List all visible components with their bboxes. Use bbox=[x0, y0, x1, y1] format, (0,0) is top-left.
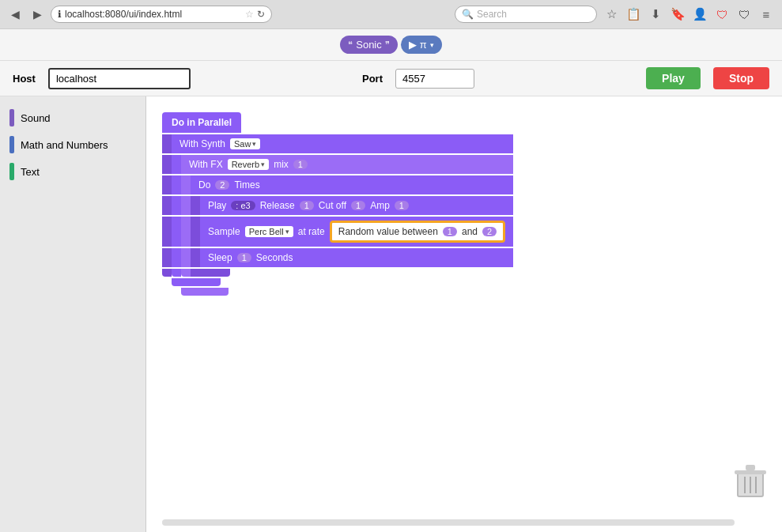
stop-button[interactable]: Stop bbox=[713, 67, 769, 89]
release-label: Release bbox=[260, 200, 295, 211]
random-val1[interactable]: 1 bbox=[443, 227, 457, 236]
amp-value[interactable]: 1 bbox=[395, 201, 409, 210]
search-icon: 🔍 bbox=[462, 9, 474, 20]
fx-value: Reverb bbox=[232, 160, 259, 169]
bookmark-sync-icon[interactable]: 🔖 bbox=[668, 5, 687, 24]
amp-label: Amp bbox=[370, 200, 390, 211]
svg-rect-2 bbox=[746, 465, 755, 470]
bookmark-icon: ☆ bbox=[245, 9, 254, 20]
sample-block[interactable]: Sample Perc Bell ▾ at rate Random value … bbox=[200, 217, 513, 247]
download-icon[interactable]: ⬇ bbox=[646, 5, 665, 24]
text-indicator bbox=[9, 163, 14, 180]
seconds-label: Seconds bbox=[256, 252, 293, 263]
pi-chevron-icon: ▾ bbox=[430, 41, 434, 49]
svg-rect-1 bbox=[735, 470, 766, 474]
info-icon: ℹ bbox=[58, 9, 62, 20]
and-label: and bbox=[462, 226, 478, 237]
fx-dropdown[interactable]: Reverb ▾ bbox=[228, 159, 269, 170]
with-fx-block[interactable]: With FX Reverb ▾ mix 1 bbox=[181, 155, 513, 174]
sleep-row: Sleep 1 Seconds bbox=[162, 248, 513, 267]
math-indicator bbox=[9, 136, 14, 153]
host-input[interactable] bbox=[48, 68, 191, 89]
sleep-value[interactable]: 1 bbox=[237, 253, 251, 262]
do-in-parallel-block[interactable]: Do in Parallel bbox=[162, 112, 241, 133]
url-text: localhost:8080/ui/index.html bbox=[65, 9, 182, 20]
search-bar[interactable]: 🔍 Search bbox=[455, 6, 597, 23]
cutoff-label: Cut off bbox=[319, 200, 346, 211]
star-icon[interactable]: ☆ bbox=[602, 5, 621, 24]
sidebar-item-math[interactable]: Math and Numbers bbox=[0, 131, 145, 158]
port-label: Port bbox=[362, 73, 383, 85]
port-input[interactable] bbox=[395, 69, 474, 89]
sidebar-item-sound[interactable]: Sound bbox=[0, 104, 145, 131]
history-icon[interactable]: 📋 bbox=[624, 5, 643, 24]
sidebar-item-text[interactable]: Text bbox=[0, 158, 145, 185]
back-button[interactable]: ◀ bbox=[6, 6, 24, 23]
with-synth-label: With Synth bbox=[179, 138, 225, 149]
sidebar-label-text: Text bbox=[21, 166, 40, 178]
app-toolbar: ❝ Sonic ❞ ▶ π ▾ bbox=[0, 29, 782, 61]
menu-icon[interactable]: ≡ bbox=[757, 5, 776, 24]
do-value[interactable]: 2 bbox=[215, 180, 229, 190]
sample-dropdown[interactable]: Perc Bell ▾ bbox=[245, 226, 293, 237]
random-val2[interactable]: 2 bbox=[482, 227, 497, 236]
open-quote: ❝ bbox=[348, 40, 353, 50]
play-row: Play : e3 Release 1 Cut off 1 Amp 1 bbox=[162, 196, 513, 215]
with-synth-row: With Synth Saw ▾ bbox=[162, 134, 513, 153]
scroll-indicator[interactable] bbox=[162, 519, 735, 526]
sound-indicator bbox=[9, 109, 14, 126]
pi-arrow-icon: ▶ bbox=[409, 39, 417, 51]
random-label: Random value between bbox=[338, 226, 438, 237]
pi-pill[interactable]: ▶ π ▾ bbox=[401, 36, 442, 54]
close-bar-2 bbox=[172, 278, 513, 286]
pi-label: π bbox=[420, 39, 427, 51]
with-synth-block[interactable]: With Synth Saw ▾ bbox=[172, 134, 513, 153]
fx-chevron: ▾ bbox=[261, 160, 265, 168]
sidebar: Sound Math and Numbers Text bbox=[0, 96, 146, 532]
sample-value: Perc Bell bbox=[249, 227, 284, 236]
sample-label: Sample bbox=[208, 226, 240, 237]
do-times-block[interactable]: Do 2 Times bbox=[191, 175, 513, 194]
with-fx-label: With FX bbox=[189, 159, 223, 170]
close-quote: ❞ bbox=[385, 40, 390, 50]
sleep-label: Sleep bbox=[208, 252, 232, 263]
forward-button[interactable]: ▶ bbox=[28, 6, 46, 23]
sample-chevron: ▾ bbox=[285, 228, 289, 236]
mix-value[interactable]: 1 bbox=[293, 160, 308, 169]
synth-value: Saw bbox=[234, 139, 251, 149]
blocks-wrapper: Do in Parallel With Synth Saw ▾ bbox=[162, 112, 513, 296]
close-bar-1 bbox=[162, 269, 513, 277]
random-value-block[interactable]: Random value between 1 and 2 bbox=[330, 221, 505, 243]
reload-icon[interactable]: ↻ bbox=[257, 9, 265, 20]
trash-icon[interactable] bbox=[735, 465, 766, 500]
trash-area bbox=[735, 465, 766, 502]
do-times-row: Do 2 Times bbox=[162, 175, 513, 194]
profile-icon[interactable]: 👤 bbox=[690, 5, 709, 24]
with-fx-row: With FX Reverb ▾ mix 1 bbox=[162, 155, 513, 174]
extension2-icon[interactable]: 🛡 bbox=[735, 5, 754, 24]
mix-label: mix bbox=[274, 159, 289, 170]
sonic-pill[interactable]: ❝ Sonic ❞ bbox=[340, 36, 398, 54]
canvas-area: Do in Parallel With Synth Saw ▾ bbox=[146, 96, 782, 532]
release-value[interactable]: 1 bbox=[300, 201, 314, 210]
cutoff-value[interactable]: 1 bbox=[351, 201, 365, 210]
sidebar-label-math: Math and Numbers bbox=[21, 139, 108, 151]
synth-chevron: ▾ bbox=[252, 140, 256, 148]
control-bar: Host Port Play Stop bbox=[0, 61, 782, 96]
at-rate-label: at rate bbox=[298, 226, 325, 237]
play-block[interactable]: Play : e3 Release 1 Cut off 1 Amp 1 bbox=[200, 196, 513, 215]
extension1-icon[interactable]: 🛡 bbox=[712, 5, 731, 24]
play-label: Play bbox=[208, 200, 226, 211]
sonic-label: Sonic bbox=[356, 39, 382, 51]
sleep-block[interactable]: Sleep 1 Seconds bbox=[200, 248, 513, 267]
do-label: Do bbox=[198, 179, 210, 191]
do-in-parallel-label: Do in Parallel bbox=[172, 117, 232, 128]
sidebar-label-sound: Sound bbox=[21, 112, 51, 124]
note-value[interactable]: : e3 bbox=[231, 201, 255, 210]
sample-row: Sample Perc Bell ▾ at rate Random value … bbox=[162, 217, 513, 247]
synth-dropdown[interactable]: Saw ▾ bbox=[230, 138, 260, 149]
search-placeholder: Search bbox=[477, 9, 507, 20]
url-bar[interactable]: ℹ localhost:8080/ui/index.html ☆ ↻ bbox=[51, 6, 272, 23]
play-button[interactable]: Play bbox=[646, 67, 701, 89]
close-bar-3 bbox=[181, 288, 513, 296]
